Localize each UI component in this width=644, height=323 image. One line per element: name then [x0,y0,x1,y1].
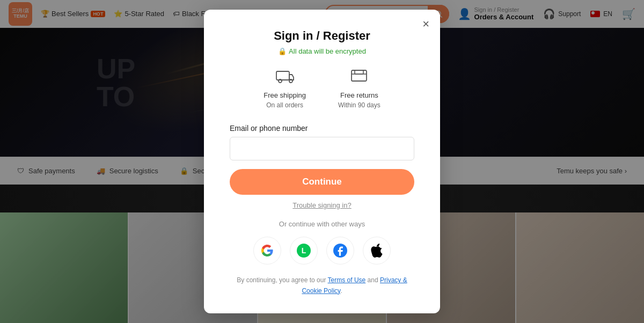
google-icon [261,244,274,257]
trouble-signin-link[interactable]: Trouble signing in? [230,201,414,209]
encrypted-notice: 🔒 All data will be encrypted [230,47,414,55]
shipping-icon [275,68,295,87]
svg-rect-2 [276,71,289,80]
svg-point-4 [289,79,292,83]
modal-title: Sign in / Register [230,29,414,43]
social-buttons: L [230,237,414,265]
line-signin-button[interactable]: L [290,237,318,265]
svg-rect-5 [352,70,367,81]
returns-icon [349,68,369,87]
facebook-icon [333,244,347,258]
terms-of-use-link[interactable]: Terms of Use [328,276,366,284]
apple-icon [371,244,383,258]
or-text: Or continue with other ways [230,220,414,228]
continue-button[interactable]: Continue [230,169,414,195]
email-label: Email or phone number [230,124,414,133]
modal-close-button[interactable]: × [422,18,429,30]
modal-features: Free shipping On all orders Free returns… [230,68,414,109]
free-returns-feature: Free returns Within 90 days [338,68,380,109]
svg-point-3 [279,79,282,83]
svg-rect-6 [355,70,363,74]
line-icon: L [297,244,311,258]
apple-signin-button[interactable] [363,237,391,265]
email-input[interactable] [230,137,414,160]
free-shipping-feature: Free shipping On all orders [264,68,306,109]
lock-small-icon: 🔒 [278,47,287,55]
signin-modal: × Sign in / Register 🔒 All data will be … [204,10,440,313]
modal-overlay[interactable]: × Sign in / Register 🔒 All data will be … [0,0,644,323]
google-signin-button[interactable] [253,237,281,265]
facebook-signin-button[interactable] [326,237,354,265]
terms-text: By continuing, you agree to our Terms of… [230,275,414,296]
